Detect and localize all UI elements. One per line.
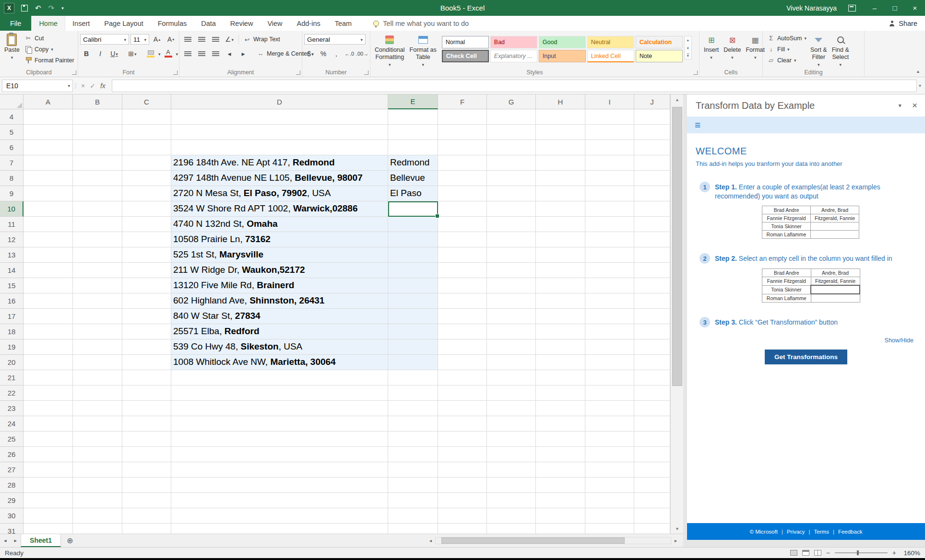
sort-filter-dropdown-icon[interactable]: ▾ xyxy=(818,61,820,69)
cell-F25[interactable] xyxy=(438,432,487,447)
cell-A28[interactable] xyxy=(24,478,73,493)
cell-C21[interactable] xyxy=(122,370,171,385)
cell-F15[interactable] xyxy=(438,278,487,293)
vertical-scroll-thumb[interactable] xyxy=(672,107,682,386)
cell-J27[interactable] xyxy=(634,462,670,478)
cell-D20[interactable]: 1008 Whitlock Ave NW, Marietta, 30064 xyxy=(171,355,388,370)
cell-I11[interactable] xyxy=(585,217,634,232)
cell-B12[interactable] xyxy=(73,232,122,247)
cell-I29[interactable] xyxy=(585,493,634,508)
row-header-16[interactable]: 16 xyxy=(0,293,24,309)
align-right-button[interactable] xyxy=(209,48,222,59)
clipboard-dialog-launcher-icon[interactable] xyxy=(72,70,76,75)
align-left-button[interactable] xyxy=(181,48,194,59)
cell-H5[interactable] xyxy=(536,125,585,140)
autosum-button[interactable]: Σ AutoSum ▾ xyxy=(766,33,808,43)
cell-G20[interactable] xyxy=(487,355,536,370)
share-button[interactable]: Share xyxy=(889,16,917,31)
row-header-9[interactable]: 9 xyxy=(0,186,24,201)
row-header-19[interactable]: 19 xyxy=(0,339,24,355)
cell-B15[interactable] xyxy=(73,278,122,293)
accounting-format-button[interactable]: $▾ xyxy=(304,48,317,59)
cell-E17[interactable] xyxy=(388,309,438,324)
cell-J12[interactable] xyxy=(634,232,670,247)
cell-D9[interactable]: 2720 N Mesa St, El Paso, 79902, USA xyxy=(171,186,388,201)
tab-add-ins[interactable]: Add-ins xyxy=(290,16,328,31)
cell-F9[interactable] xyxy=(438,186,487,201)
cell-A10[interactable] xyxy=(24,201,73,217)
cell-J24[interactable] xyxy=(634,416,670,432)
scroll-down-icon[interactable]: ▾ xyxy=(671,526,683,531)
cell-F13[interactable] xyxy=(438,247,487,263)
cell-A8[interactable] xyxy=(24,171,73,186)
column-header-I[interactable]: I xyxy=(585,94,634,109)
cell-G23[interactable] xyxy=(487,401,536,416)
row-header-20[interactable]: 20 xyxy=(0,355,24,370)
tab-view[interactable]: View xyxy=(260,16,289,31)
cell-J23[interactable] xyxy=(634,401,670,416)
cell-B24[interactable] xyxy=(73,416,122,432)
maximize-button[interactable]: □ xyxy=(885,0,905,16)
font-name-dropdown-icon[interactable]: ▾ xyxy=(124,37,126,42)
cell-D23[interactable] xyxy=(171,401,388,416)
decrease-indent-button[interactable]: ◂ xyxy=(223,48,236,59)
cell-style-linked-cell[interactable]: Linked Cell xyxy=(587,50,634,62)
row-header-8[interactable]: 8 xyxy=(0,171,24,186)
cell-F10[interactable] xyxy=(438,201,487,217)
cell-F20[interactable] xyxy=(438,355,487,370)
styles-dialog-launcher-icon[interactable] xyxy=(693,70,698,75)
tab-page-layout[interactable]: Page Layout xyxy=(97,16,150,31)
cell-H28[interactable] xyxy=(536,478,585,493)
insert-cells-dropdown-icon[interactable]: ▾ xyxy=(710,54,712,61)
zoom-in-icon[interactable]: + xyxy=(892,549,896,557)
cell-C12[interactable] xyxy=(122,232,171,247)
gallery-down-icon[interactable]: ▾ xyxy=(687,46,689,50)
cell-J6[interactable] xyxy=(634,140,670,155)
cell-E12[interactable] xyxy=(388,232,438,247)
cell-G22[interactable] xyxy=(487,385,536,401)
excel-app-icon[interactable]: X xyxy=(4,3,14,13)
cell-F7[interactable] xyxy=(438,155,487,171)
font-name-combo[interactable]: Calibri ▾ xyxy=(80,34,129,45)
zoom-slider-thumb[interactable] xyxy=(857,550,859,555)
cell-F26[interactable] xyxy=(438,447,487,462)
name-box[interactable]: E10 ▾ xyxy=(2,80,73,92)
cell-B11[interactable] xyxy=(73,217,122,232)
pane-options-icon[interactable]: ▾ xyxy=(899,102,901,109)
cell-J25[interactable] xyxy=(634,432,670,447)
cell-G28[interactable] xyxy=(487,478,536,493)
cell-I25[interactable] xyxy=(585,432,634,447)
decrease-font-size-button[interactable]: A▾ xyxy=(165,34,177,45)
autosum-dropdown-icon[interactable]: ▾ xyxy=(804,36,806,41)
cell-E19[interactable] xyxy=(388,339,438,355)
cell-C10[interactable] xyxy=(122,201,171,217)
cell-B29[interactable] xyxy=(73,493,122,508)
cell-B6[interactable] xyxy=(73,140,122,155)
row-header-18[interactable]: 18 xyxy=(0,324,24,339)
cell-F24[interactable] xyxy=(438,416,487,432)
format-as-table-button[interactable]: Format as Table ▾ xyxy=(407,33,439,70)
cell-style-neutral[interactable]: Neutral xyxy=(587,36,634,48)
cell-G26[interactable] xyxy=(487,447,536,462)
cell-G15[interactable] xyxy=(487,278,536,293)
cell-D12[interactable]: 10508 Prairie Ln, 73162 xyxy=(171,232,388,247)
tab-file[interactable]: File xyxy=(0,16,31,31)
cell-J8[interactable] xyxy=(634,171,670,186)
cell-D17[interactable]: 840 W Star St, 27834 xyxy=(171,309,388,324)
cell-H11[interactable] xyxy=(536,217,585,232)
delete-cells-button[interactable]: ⊠ Delete ▾ xyxy=(721,33,743,62)
cell-F8[interactable] xyxy=(438,171,487,186)
cell-H20[interactable] xyxy=(536,355,585,370)
cell-H26[interactable] xyxy=(536,447,585,462)
cell-D11[interactable]: 4740 N 132nd St, Omaha xyxy=(171,217,388,232)
cell-G12[interactable] xyxy=(487,232,536,247)
cell-D24[interactable] xyxy=(171,416,388,432)
cell-E14[interactable] xyxy=(388,263,438,278)
cell-F23[interactable] xyxy=(438,401,487,416)
borders-button[interactable]: ⊞▾ xyxy=(126,48,139,59)
redo-icon[interactable]: ↷ xyxy=(48,4,55,12)
cell-style-good[interactable]: Good xyxy=(539,36,586,48)
gallery-more-icon[interactable]: ▾ xyxy=(687,54,689,58)
cell-H6[interactable] xyxy=(536,140,585,155)
cell-F4[interactable] xyxy=(438,109,487,125)
